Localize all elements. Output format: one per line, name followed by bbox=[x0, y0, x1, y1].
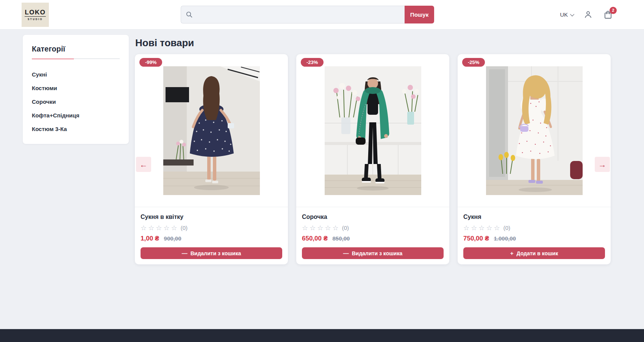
product-prices: 1,00 ₴ 900,00 bbox=[141, 235, 282, 242]
product-info: Сукня в квітку ☆ ☆ ☆ ☆ ☆ (0) 1,00 ₴ 900,… bbox=[135, 207, 288, 264]
search-icon bbox=[186, 11, 193, 18]
product-rating: ☆ ☆ ☆ ☆ ☆ (0) bbox=[302, 224, 444, 232]
categories-list: Сукні Костюми Сорочки Кофта+Спідниця Кос… bbox=[32, 67, 120, 136]
star-icon: ☆ bbox=[463, 224, 469, 232]
product-prices: 650,00 ₴ 850,00 bbox=[302, 235, 444, 242]
product-name[interactable]: Сукня bbox=[463, 214, 605, 220]
language-selector[interactable]: UK bbox=[560, 11, 573, 18]
current-price: 1,00 ₴ bbox=[141, 235, 159, 242]
search-button[interactable]: Пошук bbox=[405, 6, 434, 23]
product-photo-navy-dot-dress bbox=[163, 66, 260, 195]
old-price: 1.000,00 bbox=[494, 235, 516, 242]
logo[interactable]: LOKO STUDIO bbox=[22, 3, 49, 27]
product-rating: ☆ ☆ ☆ ☆ ☆ (0) bbox=[141, 224, 282, 232]
star-icon: ☆ bbox=[163, 224, 169, 232]
cart-button-label: Видалити з кошика bbox=[191, 250, 241, 256]
product-photo-green-shirt bbox=[325, 66, 421, 195]
star-icon: ☆ bbox=[171, 224, 177, 232]
account-button[interactable] bbox=[583, 10, 593, 19]
product-card: -23% bbox=[296, 54, 449, 264]
star-icon: ☆ bbox=[148, 224, 154, 232]
product-card: -25% bbox=[458, 54, 611, 264]
review-count: (0) bbox=[342, 225, 349, 231]
discount-badge: -99% bbox=[139, 58, 162, 67]
star-icon: ☆ bbox=[141, 224, 147, 232]
cart-button[interactable]: 2 bbox=[603, 10, 613, 20]
old-price: 850,00 bbox=[333, 235, 350, 242]
logo-title: LOKO bbox=[25, 9, 45, 17]
categories-panel: Категорії Сукні Костюми Сорочки Кофта+Сп… bbox=[23, 35, 129, 144]
products-carousel: ← → -99% bbox=[135, 54, 611, 264]
header-actions: UK 2 bbox=[560, 10, 613, 20]
star-icon: ☆ bbox=[309, 224, 316, 232]
remove-from-cart-button[interactable]: — Видалити з кошика bbox=[302, 247, 444, 259]
minus-icon: — bbox=[182, 250, 188, 256]
review-count: (0) bbox=[181, 225, 188, 231]
product-name[interactable]: Сукня в квітку bbox=[141, 214, 282, 220]
page-title: Нові товари bbox=[135, 37, 611, 49]
remove-from-cart-button[interactable]: — Видалити з кошика bbox=[141, 247, 282, 259]
old-price: 900,00 bbox=[164, 235, 181, 242]
carousel-prev-button[interactable]: ← bbox=[136, 157, 151, 172]
logo-subtitle: STUDIO bbox=[28, 18, 43, 20]
sidebar-item-top-skirt[interactable]: Кофта+Спідниця bbox=[32, 108, 120, 122]
sidebar-item-suits[interactable]: Костюми bbox=[32, 81, 120, 95]
cart-button-label: Додати в кошик bbox=[517, 250, 558, 256]
plus-icon: + bbox=[510, 250, 514, 256]
star-icon: ☆ bbox=[494, 224, 500, 232]
discount-badge: -23% bbox=[301, 58, 324, 67]
cart-count-badge: 2 bbox=[610, 7, 617, 14]
carousel-next-button[interactable]: → bbox=[595, 157, 610, 172]
product-rating: ☆ ☆ ☆ ☆ ☆ (0) bbox=[463, 224, 605, 232]
product-media[interactable]: -25% bbox=[458, 54, 611, 207]
cart-button-label: Видалити з кошика bbox=[352, 250, 403, 256]
sidebar-item-dresses[interactable]: Сукні bbox=[32, 67, 120, 81]
product-info: Сорочка ☆ ☆ ☆ ☆ ☆ (0) 650,00 ₴ 850,00 bbox=[296, 207, 449, 264]
chevron-down-icon bbox=[570, 12, 574, 16]
add-to-cart-button[interactable]: + Додати в кошик bbox=[463, 247, 605, 259]
user-icon bbox=[583, 10, 593, 19]
product-media[interactable]: -99% bbox=[135, 54, 288, 207]
minus-icon: — bbox=[343, 250, 349, 256]
header: LOKO STUDIO Пошук UK bbox=[0, 0, 644, 30]
product-card: -99% bbox=[135, 54, 288, 264]
new-products-section: Нові товари ← → -99% bbox=[135, 30, 611, 264]
search-input[interactable] bbox=[196, 11, 400, 18]
sidebar-item-shirts[interactable]: Сорочки bbox=[32, 95, 120, 108]
product-name[interactable]: Сорочка bbox=[302, 214, 444, 220]
star-icon: ☆ bbox=[471, 224, 477, 232]
star-icon: ☆ bbox=[486, 224, 492, 232]
current-price: 650,00 ₴ bbox=[302, 235, 328, 242]
product-media[interactable]: -23% bbox=[296, 54, 449, 207]
star-icon: ☆ bbox=[325, 224, 331, 232]
star-icon: ☆ bbox=[317, 224, 323, 232]
categories-title: Категорії bbox=[32, 45, 120, 53]
categories-divider bbox=[32, 58, 120, 59]
sidebar-item-suit-3[interactable]: Костюм 3-Ка bbox=[32, 122, 120, 136]
discount-badge: -25% bbox=[462, 58, 485, 67]
search-bar: Пошук bbox=[181, 6, 434, 23]
page-content: Категорії Сукні Костюми Сорочки Кофта+Сп… bbox=[0, 30, 644, 329]
star-icon: ☆ bbox=[156, 224, 162, 232]
star-icon: ☆ bbox=[302, 224, 308, 232]
star-icon: ☆ bbox=[333, 224, 339, 232]
product-info: Сукня ☆ ☆ ☆ ☆ ☆ (0) 750,00 ₴ 1.000,00 bbox=[458, 207, 611, 264]
language-label: UK bbox=[560, 11, 568, 18]
search-input-wrap bbox=[181, 6, 405, 23]
footer bbox=[0, 329, 644, 342]
review-count: (0) bbox=[503, 225, 510, 231]
product-photo-white-floral-dress bbox=[486, 66, 583, 195]
current-price: 750,00 ₴ bbox=[463, 235, 489, 242]
star-icon: ☆ bbox=[478, 224, 485, 232]
product-prices: 750,00 ₴ 1.000,00 bbox=[463, 235, 605, 242]
